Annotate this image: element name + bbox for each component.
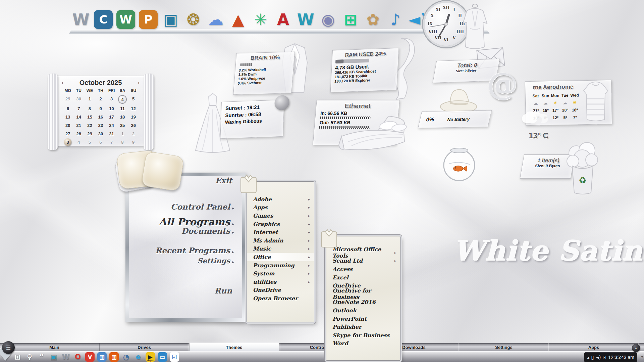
taskbar-icon[interactable]: V [85,352,95,362]
dock-icon[interactable]: W [116,10,135,29]
calendar-day[interactable]: 28 [73,130,85,137]
calendar-day[interactable]: 18 [117,113,128,121]
office-menu-item[interactable]: PowerPoint [326,315,400,323]
taskbar-icon[interactable]: ⚲ [25,352,34,362]
programs-menu-item[interactable]: Office▸ [247,253,314,261]
programs-menu-item[interactable]: OneDrive [247,286,314,295]
dock-icon[interactable]: ☁ [206,10,225,29]
taskbar-icon[interactable]: e [133,352,143,362]
tray-icon[interactable]: ◄) [595,355,601,360]
calendar-day[interactable]: 20 [62,122,73,129]
dock-icon[interactable]: W [296,10,315,29]
calendar-day[interactable]: 10 [106,105,117,112]
calendar-day[interactable]: 16 [95,113,106,121]
calendar-day[interactable]: 27 [62,130,73,137]
calendar-day[interactable]: 9 [95,105,106,112]
calendar-day[interactable]: 2 [128,130,139,137]
taskbar-icon[interactable]: ▣ [49,352,58,362]
office-menu-item[interactable]: Microsoft Office Tools▸ [326,248,400,257]
taskbar-icon[interactable]: ▭ [158,352,167,362]
desktop-tab[interactable]: Themes [189,343,279,351]
tray-icon[interactable]: ▯ [591,355,594,360]
taskbar-icon[interactable]: ⊞ [13,352,22,362]
dock-icon[interactable]: ▲ [229,10,248,29]
calendar-day[interactable]: 15 [84,113,95,121]
programs-menu-item[interactable]: Opera Browser [247,294,314,303]
dock-icon[interactable]: ▣ [161,10,180,29]
dock-icon[interactable]: ✳ [251,10,270,29]
dock-icon[interactable]: W [71,10,90,29]
calendar-day[interactable]: 1 [117,130,128,137]
calendar-day[interactable]: 8 [117,138,128,146]
taskbar-icon[interactable]: ▦ [109,352,119,362]
calendar-day[interactable]: 30 [95,130,106,137]
calendar-day[interactable]: 29 [84,130,95,137]
programs-menu-item[interactable]: Programming▸ [247,261,314,270]
office-menu-item[interactable]: Word [326,340,400,348]
dock-icon[interactable]: ⊞ [341,10,360,29]
calendar-day[interactable]: 30 [73,95,85,102]
dock-icon[interactable]: ✿ [364,10,382,29]
taskbar-edge-arrow-icon[interactable]: ◂ [641,354,643,359]
dock-icon[interactable]: ❂ [184,10,203,29]
calendar-day[interactable]: 19 [128,113,139,121]
calendar-day[interactable]: 1 [84,95,95,102]
start-menu-item[interactable]: Documents▸ [129,226,234,235]
office-menu-item[interactable]: Skype for Business [326,331,400,340]
dock-icon[interactable]: C [94,10,113,29]
office-menu-item[interactable]: OneDrive for Business [326,290,400,298]
desktop-tab[interactable]: Settings [459,343,549,351]
taskbar-icon[interactable]: ▶ Player [146,352,155,362]
tab-menu-button[interactable]: ☰ [2,341,15,354]
calendar-day[interactable]: 29 [62,95,73,102]
taskbar-icon[interactable]: ◔ [121,352,131,362]
start-menu-item[interactable]: Control Panel▸ [129,202,234,211]
taskbar-icon[interactable]: O [73,352,83,362]
taskbar-icon[interactable]: W [61,352,70,362]
dock-icon[interactable]: P [139,10,158,29]
start-menu-item[interactable]: Settings▸ [129,257,234,265]
programs-menu-item[interactable]: System▸ [247,269,314,278]
programs-menu-item[interactable]: Apps▸ [247,203,314,212]
office-menu-item[interactable]: Outlook [326,306,400,315]
office-menu-item[interactable]: Access [326,265,400,273]
calendar-day[interactable]: 12 [128,105,139,112]
office-menu-item[interactable]: Publisher [326,323,400,331]
tab-collapse-button[interactable]: ▴ [632,344,640,352]
calendar-day[interactable]: 2 [95,95,106,102]
calendar-day[interactable]: 31 [106,130,117,137]
tray-icon[interactable]: ⊡ [602,355,606,360]
calendar-day[interactable]: 8 [84,105,95,112]
calendar-day[interactable]: 25 [117,122,128,129]
calendar-day[interactable]: 22 [84,122,95,129]
programs-menu-item[interactable]: Graphics▸ [247,220,314,228]
calendar-day[interactable]: 4 [73,138,85,146]
calendar-prev-icon[interactable]: ‹ [62,80,63,85]
calendar-day[interactable]: 7 [73,105,85,112]
taskbar-icon[interactable]: ▦ [97,352,107,362]
programs-menu-item[interactable]: Games▸ [247,212,314,220]
start-menu-item[interactable]: All Programs▸ [129,216,234,228]
calendar-day[interactable]: 5 [84,138,95,146]
calendar-day[interactable]: 21 [73,122,85,129]
desktop-tab[interactable]: Main [9,343,99,351]
desktop-tab[interactable]: Apps [549,343,639,351]
calendar-day[interactable]: 9 [128,138,139,146]
calendar-day[interactable]: 6 [62,105,73,112]
calendar-day[interactable]: 14 [73,113,85,121]
calendar-day[interactable]: 17 [106,113,117,121]
desktop-tab[interactable]: Drives [99,343,189,351]
start-menu-item[interactable]: Run [129,286,234,295]
start-menu-item[interactable]: Recent Programs▸ [129,246,234,255]
taskbar-icon[interactable]: ☑ [170,352,179,362]
programs-menu-item[interactable]: Music▸ [247,245,314,253]
calendar-day[interactable]: 11 [117,105,128,112]
calendar-day[interactable]: 4 [118,95,127,104]
calendar-day[interactable]: 13 [62,113,73,121]
dock-icon[interactable]: A [274,10,292,29]
dock-icon[interactable]: ◉ [319,10,337,29]
dock-icon[interactable]: ♪ [386,10,405,29]
calendar-day[interactable]: 3 [106,95,117,102]
taskbar-icon[interactable]: “ [37,352,46,362]
calendar-day[interactable]: 26 [128,122,139,129]
